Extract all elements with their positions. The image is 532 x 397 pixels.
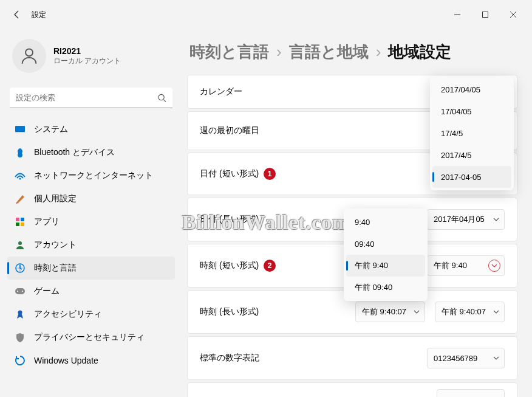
dropdown-option[interactable]: 2017/04/05 (432, 78, 511, 100)
sidebar-item-3[interactable]: 個人用設定 (7, 187, 175, 210)
dropdown-option[interactable]: 午前 9:40 (346, 255, 425, 277)
svg-rect-9 (21, 218, 24, 221)
dropdown-option[interactable]: 2017-04-05 (432, 166, 511, 188)
sidebar-item-label: アプリ (34, 216, 60, 227)
row-last: XJIS (187, 382, 517, 397)
sidebar-item-6[interactable]: 時刻と言語 (7, 257, 175, 280)
short-date-options-popup[interactable]: 2017/04/0517/04/0517/4/52017/4/52017-04-… (430, 76, 514, 190)
sidebar-icon (15, 286, 26, 297)
sidebar-icon (15, 193, 26, 204)
search-icon (157, 94, 166, 103)
sidebar-item-label: ネットワークとインターネット (34, 170, 153, 181)
annotation-badge-2: 2 (264, 260, 276, 272)
svg-point-16 (22, 291, 23, 292)
svg-rect-11 (21, 223, 24, 226)
sidebar-item-4[interactable]: アプリ (7, 210, 175, 233)
sidebar-item-label: Windows Update (34, 356, 98, 365)
dropdown-option[interactable]: 9:40 (346, 211, 425, 233)
sidebar-item-5[interactable]: アカウント (7, 233, 175, 257)
back-button[interactable] (5, 2, 29, 27)
sidebar-item-label: プライバシーとセキュリティ (34, 332, 145, 343)
chevron-right-icon: › (376, 43, 381, 61)
dropdown-option[interactable]: 午前 09:40 (346, 277, 425, 299)
breadcrumb-current: 地域設定 (388, 41, 451, 63)
svg-point-15 (17, 291, 18, 292)
svg-rect-14 (15, 288, 25, 294)
long-date-dropdown[interactable]: 2017年04月05 (427, 209, 505, 230)
svg-point-3 (159, 94, 164, 100)
sidebar-item-10[interactable]: Windows Update (7, 349, 175, 372)
sidebar-icon (15, 124, 26, 135)
dropdown-option[interactable]: 09:40 (346, 233, 425, 255)
svg-rect-10 (16, 223, 19, 226)
row-numbers: 標準の数字表記 0123456789 (187, 336, 517, 380)
sidebar-icon (15, 309, 26, 320)
annotation-badge-1: 1 (264, 168, 276, 180)
sidebar-item-2[interactable]: ネットワークとインターネット (7, 164, 175, 187)
sidebar-item-7[interactable]: ゲーム (7, 280, 175, 303)
short-time-dropdown[interactable]: 午前 9:40 (427, 255, 505, 276)
dropdown-option[interactable]: 2017/4/5 (432, 144, 511, 166)
user-name: RI2021 (53, 46, 121, 56)
svg-line-4 (163, 100, 166, 102)
svg-point-7 (19, 178, 21, 180)
svg-rect-8 (16, 218, 19, 221)
long-time-dropdown-2[interactable]: 午前 9:40:07 (435, 302, 505, 322)
minimize-button[interactable] (443, 5, 471, 24)
search-input[interactable] (10, 88, 172, 108)
maximize-button[interactable] (471, 5, 499, 24)
sidebar-icon (15, 240, 26, 250)
avatar-icon (12, 39, 46, 73)
sidebar-item-1[interactable]: Bluetooth とデバイス (7, 141, 175, 164)
window-title: 設定 (32, 10, 46, 20)
chevron-right-icon: › (276, 43, 282, 61)
user-block[interactable]: RI2021 ローカル アカウント (7, 34, 175, 83)
sidebar-item-9[interactable]: プライバシーとセキュリティ (7, 326, 175, 349)
user-sub: ローカル アカウント (53, 56, 121, 66)
sidebar-icon (15, 147, 26, 158)
sidebar-item-8[interactable]: アクセシビリティ (7, 303, 175, 326)
svg-point-2 (26, 49, 33, 56)
sidebar-icon (15, 355, 26, 366)
breadcrumb-a[interactable]: 時刻と言語 (189, 41, 269, 63)
sidebar-item-label: Bluetooth とデバイス (34, 147, 115, 158)
last-dropdown[interactable]: XJIS (437, 389, 505, 397)
sidebar-item-0[interactable]: システム (7, 118, 175, 141)
sidebar-icon (15, 216, 26, 227)
sidebar-icon (15, 332, 26, 343)
dropdown-option[interactable]: 17/4/5 (432, 122, 511, 144)
dropdown-option[interactable]: 17/04/05 (432, 100, 511, 122)
numbers-dropdown[interactable]: 0123456789 (427, 348, 505, 368)
svg-rect-1 (483, 12, 488, 18)
short-time-options-popup[interactable]: 9:4009:40午前 9:40午前 09:40 (344, 209, 428, 301)
sidebar-icon (15, 170, 26, 181)
svg-point-12 (18, 241, 22, 245)
sidebar-item-label: システム (34, 124, 68, 135)
sidebar-item-label: アクセシビリティ (34, 309, 102, 320)
svg-point-17 (18, 311, 22, 315)
close-button[interactable] (499, 5, 527, 24)
svg-rect-6 (15, 131, 25, 133)
sidebar-item-label: 個人用設定 (34, 193, 77, 204)
breadcrumb-b[interactable]: 言語と地域 (289, 41, 369, 63)
sidebar-item-label: アカウント (34, 240, 77, 250)
sidebar-item-label: 時刻と言語 (34, 263, 77, 274)
sidebar-item-label: ゲーム (34, 286, 60, 297)
row-label: 時刻 (長い形式) (200, 306, 355, 317)
long-time-dropdown-1[interactable]: 午前 9:40:07 (355, 302, 425, 322)
row-label: 標準の数字表記 (200, 353, 427, 364)
sidebar-icon (15, 263, 26, 274)
